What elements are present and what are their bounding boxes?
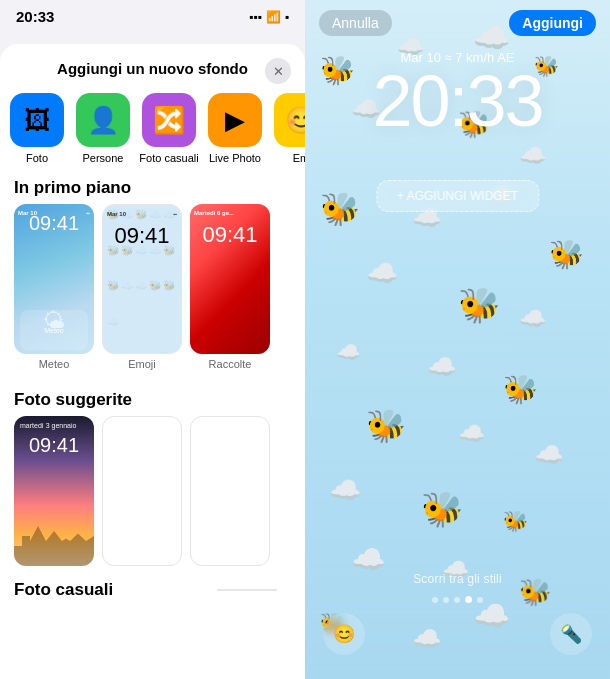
suggested-header: Foto suggerite: [0, 380, 305, 416]
persone-icon: 👤: [76, 93, 130, 147]
live-photo-icon: ▶: [208, 93, 262, 147]
signal-icon: ▪▪▪: [249, 10, 262, 24]
foto-icon: 🖼: [10, 93, 64, 147]
foto-casuali-label: Foto casuali: [139, 152, 198, 164]
persone-label: Persone: [83, 152, 124, 164]
battery-icon: ▪: [285, 10, 289, 24]
category-persone[interactable]: 👤 Persone: [72, 93, 134, 164]
featured-grid: Mar 10 ▪▪ 09:41 🌤 Meteo Meteo: [0, 204, 305, 380]
foto-casuali-icon: 🔀: [142, 93, 196, 147]
raccolte-time: 09:41: [190, 222, 270, 248]
scroll-label: Scorri tra gli stili: [413, 572, 502, 586]
meteo-thumb: Mar 10 ▪▪ 09:41 🌤 Meteo: [14, 204, 94, 354]
casual-label: Foto casuali: [14, 580, 113, 600]
featured-emoji-item[interactable]: 🐝☁️ 🐝☁️ ☁️🐝 🐝☁️ ☁️🐝 🐝☁️ ☁️🐝 🐝☁️ Mar 10 ▪…: [102, 204, 182, 370]
emoji-time: 09:41: [103, 223, 181, 249]
foto-label: Foto: [26, 152, 48, 164]
page-dot-4: [465, 596, 472, 603]
suggested-empty-1[interactable]: [102, 416, 182, 566]
lock-bottom: Scorri tra gli stili 😊 🔦: [305, 572, 610, 655]
wifi-icon: 📶: [266, 10, 281, 24]
modal-header: Aggiungi un nuovo sfondo ✕: [0, 44, 305, 85]
page-dot-3: [454, 597, 460, 603]
suggested-city[interactable]: martedì 3 gennaio 09:41: [14, 416, 94, 566]
meteo-time: 09:41: [14, 212, 94, 235]
category-live-photo[interactable]: ▶ Live Photo: [204, 93, 266, 164]
suggested-grid: martedì 3 gennaio 09:41: [0, 416, 305, 576]
category-emoji[interactable]: 😊 Em: [270, 93, 305, 164]
suggested-date: martedì 3 gennaio: [20, 422, 76, 429]
status-bar: 20:33 ▪▪▪ 📶 ▪: [0, 0, 305, 29]
modal-title: Aggiungi un nuovo sfondo: [57, 60, 248, 77]
left-panel: 20:33 ▪▪▪ 📶 ▪ Aggiungi un nuovo sfondo ✕…: [0, 0, 305, 679]
flashlight-icon[interactable]: 🔦: [550, 613, 592, 655]
emoji-bottom-icon[interactable]: 😊: [323, 613, 365, 655]
add-button[interactable]: Aggiungi: [509, 10, 596, 36]
featured-meteo[interactable]: Mar 10 ▪▪ 09:41 🌤 Meteo Meteo: [14, 204, 94, 370]
close-button[interactable]: ✕: [265, 58, 291, 84]
emoji-icon: 😊: [274, 93, 305, 147]
featured-raccolte[interactable]: Martedì 6 ge... 09:41 Raccolte: [190, 204, 270, 370]
raccolte-thumb: Martedì 6 ge... 09:41: [190, 204, 270, 354]
suggested-time: 09:41: [14, 434, 94, 457]
category-row: 🖼 Foto 👤 Persone 🔀 Foto casuali ▶ Live P…: [0, 85, 305, 168]
category-foto[interactable]: 🖼 Foto: [6, 93, 68, 164]
emoji-item-label: Emoji: [128, 358, 156, 370]
emoji-thumb: 🐝☁️ 🐝☁️ ☁️🐝 🐝☁️ ☁️🐝 🐝☁️ ☁️🐝 🐝☁️ Mar 10 ▪…: [102, 204, 182, 354]
lock-bottom-icons: 😊 🔦: [305, 613, 610, 655]
status-time: 20:33: [16, 8, 54, 25]
lock-time: 20:33: [305, 60, 610, 142]
category-foto-casuali[interactable]: 🔀 Foto casuali: [138, 93, 200, 164]
live-photo-label: Live Photo: [209, 152, 261, 164]
modal-sheet: Aggiungi un nuovo sfondo ✕ 🖼 Foto 👤 Pers…: [0, 44, 305, 679]
cancel-button[interactable]: Annulla: [319, 10, 392, 36]
page-dot-5: [477, 597, 483, 603]
status-icons: ▪▪▪ 📶 ▪: [249, 10, 289, 24]
emoji-label: Em: [293, 152, 305, 164]
casual-header: Foto casuali: [0, 576, 305, 600]
page-dot-2: [443, 597, 449, 603]
lock-top-bar: Annulla Aggiungi: [305, 0, 610, 46]
suggested-empty-2[interactable]: [190, 416, 270, 566]
casual-line: [217, 589, 277, 591]
page-dots: [432, 596, 483, 603]
right-panel: 🐝 ☁️ ☁️ 🐝 ☁️ 🐝 ☁️ 🐝 ☁️ ☁️ 🐝 ☁️ 🐝 ☁️ ☁️ ☁…: [305, 0, 610, 679]
meteo-label: Meteo: [39, 358, 70, 370]
raccolte-label: Raccolte: [209, 358, 252, 370]
add-widget-button[interactable]: + AGGIUNGI WIDGET: [376, 180, 539, 212]
featured-header: In primo piano: [0, 168, 305, 204]
page-dot-1: [432, 597, 438, 603]
